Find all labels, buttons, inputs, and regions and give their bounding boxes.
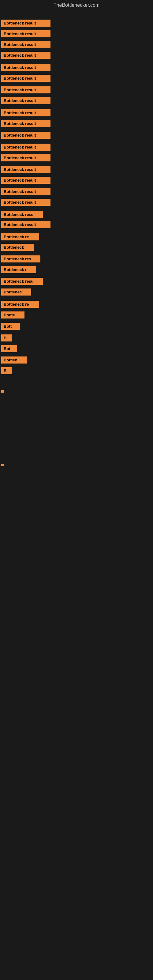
bottleneck-bar: Bottleneck resu bbox=[1, 211, 43, 218]
bottleneck-bar: Bottleneck result bbox=[1, 144, 51, 151]
bottleneck-bar: Bottle bbox=[1, 312, 24, 318]
bottleneck-bar: Bottleneck result bbox=[1, 177, 51, 184]
indicator-bar bbox=[1, 390, 4, 393]
bottleneck-bar: B bbox=[1, 367, 12, 374]
bottleneck-bar: Bott bbox=[1, 323, 20, 330]
bottleneck-bar: Bottleneck re bbox=[1, 301, 39, 308]
bottleneck-bar: Bottleneck result bbox=[1, 188, 51, 195]
bottleneck-bar: Bottleneck r bbox=[1, 266, 36, 273]
bottleneck-bar: Bottleneck result bbox=[1, 75, 51, 82]
bottleneck-bar: Bottlenec bbox=[1, 288, 31, 296]
bottleneck-bar: Bottleneck result bbox=[1, 52, 51, 59]
bottleneck-bar: Bottleneck result bbox=[1, 41, 51, 48]
bottleneck-bar: B bbox=[1, 334, 12, 342]
bottleneck-bar: Bot bbox=[1, 345, 17, 352]
bottleneck-bar: Bottleneck result bbox=[1, 97, 51, 104]
bottleneck-bar: Bottleneck result bbox=[1, 86, 51, 94]
bottleneck-bar: Bottleneck bbox=[1, 244, 33, 251]
bottleneck-bar: Bottleneck result bbox=[1, 166, 51, 173]
bottleneck-bar: Bottleneck result bbox=[1, 154, 51, 161]
bottleneck-bar: Bottleneck result bbox=[1, 64, 51, 71]
bottleneck-bar: Bottleneck resu bbox=[1, 278, 43, 285]
indicator-bar bbox=[1, 464, 4, 466]
bottleneck-bar: Bottleneck result bbox=[1, 221, 51, 228]
bottleneck-bar: Bottleneck result bbox=[1, 30, 51, 37]
bottleneck-bar: Bottleneck result bbox=[1, 132, 51, 139]
bottleneck-bar: Bottleneck result bbox=[1, 120, 51, 127]
bottleneck-bar: Bottlen bbox=[1, 356, 27, 364]
site-title: TheBottlenecker.com bbox=[0, 0, 153, 10]
bottleneck-bar: Bottleneck result bbox=[1, 199, 51, 206]
bottleneck-bar: Bottleneck re bbox=[1, 233, 39, 240]
bottleneck-bar: Bottleneck res bbox=[1, 255, 40, 262]
bottleneck-bar: Bottleneck result bbox=[1, 20, 51, 27]
bottleneck-bar: Bottleneck result bbox=[1, 109, 51, 116]
